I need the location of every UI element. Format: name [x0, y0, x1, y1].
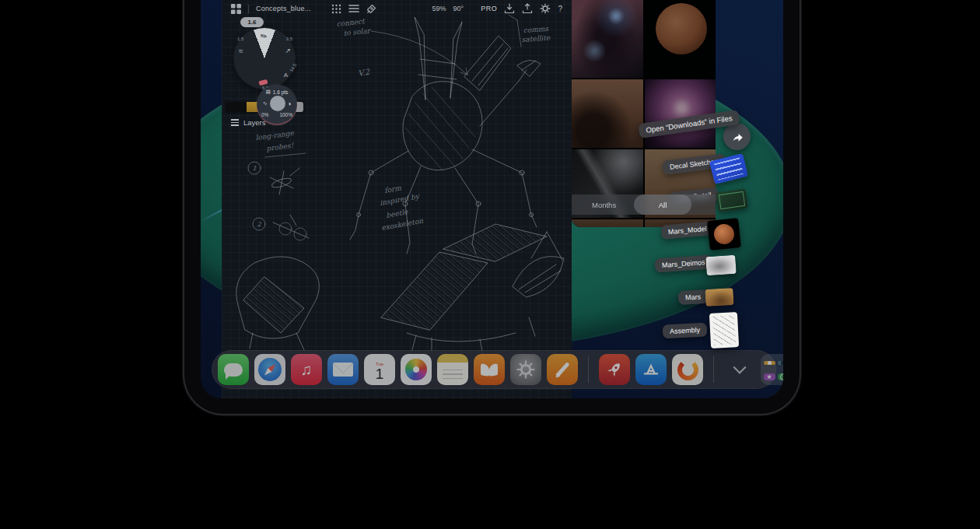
app-grid-icon[interactable]	[231, 4, 241, 14]
app-store-a-icon	[641, 359, 661, 380]
toolbar-separator	[248, 5, 249, 13]
gear-icon	[516, 359, 536, 380]
dock-app-mail[interactable]	[327, 354, 359, 385]
pen-nib-icon[interactable]	[366, 4, 376, 14]
export-icon[interactable]	[522, 3, 533, 14]
compass-icon	[258, 358, 282, 381]
drag-share-badge[interactable]	[723, 123, 751, 150]
drag-file-thumb-mars-model[interactable]	[707, 218, 741, 250]
document-title[interactable]: Concepts_blue...	[256, 5, 311, 12]
wheel-value-left: 1.5	[237, 37, 243, 41]
app-library-tile-tips	[764, 361, 775, 365]
flower-icon	[405, 359, 427, 380]
concepts-c-icon	[677, 359, 698, 380]
annotation-to-solar: to solar	[343, 26, 372, 37]
drag-file-thumb-mars-deimos[interactable]	[705, 255, 737, 276]
music-note-icon: ♫	[301, 361, 313, 379]
segment-months[interactable]: Months	[592, 201, 616, 209]
dock-app-photos[interactable]	[401, 354, 432, 385]
brush-size-tab[interactable]: 1.6	[240, 17, 264, 27]
tool-wheel-hub[interactable]: ▤1.6 pts ∿ ◑ 0% 100%	[257, 85, 297, 125]
annotation-long-range: long-range	[255, 129, 295, 142]
speech-bubble-icon	[224, 363, 243, 377]
soft-pencil-tool-icon[interactable]: ≈	[239, 47, 243, 55]
stroke-size-value: 1.6 pts	[273, 89, 289, 95]
stroke-lines-icon: ▤	[266, 89, 271, 95]
zoom-level[interactable]: 59%	[432, 5, 446, 12]
photos-view-segmented-control: Months All	[572, 194, 716, 215]
concepts-canvas[interactable]: connect to solar comms satellite V.2 lon…	[222, 0, 572, 398]
app-library-tile-clock	[778, 373, 784, 380]
dock-app-rocket[interactable]	[599, 354, 630, 385]
dock-divider	[588, 356, 589, 383]
dock-app-notes[interactable]	[437, 354, 468, 385]
layers-panel-header[interactable]: Layers	[231, 118, 266, 127]
dock-app-calendar[interactable]: Tue 1	[364, 354, 395, 385]
photo-horsehead-nebula[interactable]	[572, 0, 643, 78]
jitter-icon[interactable]: ∿	[263, 100, 268, 107]
dock-collapse-button[interactable]	[730, 358, 749, 381]
dock-app-music[interactable]: ♫	[291, 354, 322, 385]
swatch-black[interactable]	[226, 102, 247, 112]
drag-file-label-assembly[interactable]: Assembly	[663, 323, 708, 339]
annotation-satellite: satellite	[521, 33, 551, 44]
drag-file-label-mars[interactable]: Mars	[678, 289, 709, 305]
import-icon[interactable]	[504, 3, 515, 14]
dock-app-library[interactable]: ★	[761, 354, 783, 385]
dock-app-app-store[interactable]	[635, 354, 667, 385]
tool-wheel-knob[interactable]	[270, 96, 285, 111]
calendar-day: 1	[376, 366, 384, 381]
annotation-form: form	[384, 184, 402, 194]
annotation-connect: connect	[336, 17, 366, 28]
airbrush-tool-icon[interactable]: ↗	[285, 47, 291, 54]
photo-mars-surface[interactable]	[572, 79, 643, 148]
probe-number-2: 2	[257, 221, 261, 228]
opacity-max-label: 100%	[279, 112, 292, 117]
dock-app-messages[interactable]	[218, 354, 249, 385]
ipad-screen: connect to solar comms satellite V.2 lon…	[201, 0, 783, 398]
annotation-v2: V.2	[357, 67, 370, 78]
wheel-value-right: 3.5	[286, 37, 292, 41]
segment-all[interactable]: All	[634, 194, 691, 215]
forward-arrow-icon	[730, 130, 744, 144]
settings-gear-icon[interactable]	[540, 3, 551, 14]
annotation-comms: comms	[523, 25, 549, 34]
drag-file-thumb-mars[interactable]	[705, 288, 733, 307]
layers-menu-icon	[231, 119, 239, 125]
stacked-lines-icon[interactable]	[348, 4, 359, 13]
marker-pen-icon	[555, 362, 569, 377]
app-library-tile-star: ★	[764, 373, 775, 380]
opacity-icon[interactable]: ◑	[288, 100, 292, 107]
drag-file-thumb-logo-detail[interactable]	[716, 188, 747, 212]
dock: ♫ Tue 1	[212, 350, 776, 389]
photo-terrain-partial[interactable]	[572, 219, 643, 227]
app-library-tile-camera	[778, 361, 784, 365]
annotation-probes: probes!	[265, 142, 295, 152]
open-book-icon	[481, 364, 498, 376]
chevron-down-icon	[733, 361, 747, 374]
rotation-value[interactable]: 90°	[453, 5, 464, 12]
rocket-icon	[601, 356, 628, 383]
probe-number-1: 1	[252, 165, 256, 172]
note-lines-icon	[443, 370, 463, 379]
opacity-min-label: 0%	[261, 112, 268, 117]
concepts-toolbar: Concepts_blue... 59% 90° PRO	[222, 2, 572, 16]
dock-app-safari[interactable]	[254, 354, 285, 385]
dock-app-books[interactable]	[474, 354, 505, 385]
photo-mars-globe[interactable]	[645, 0, 716, 78]
drag-file-thumb-assembly[interactable]	[709, 312, 739, 349]
dock-app-sketch[interactable]	[547, 354, 578, 385]
help-icon[interactable]: ?	[558, 5, 562, 13]
annotation-beetle: beetle	[386, 208, 409, 219]
dots-grid-icon[interactable]	[331, 4, 341, 14]
tool-wheel[interactable]: ✎ ≈ ↗ A 1.5 3.5 14.5 6.9 ▤1.6 pts ∿ ◑ 0%…	[234, 28, 295, 89]
pro-badge[interactable]: PRO	[481, 5, 497, 12]
text-tool-icon[interactable]: A	[284, 72, 288, 79]
dock-app-concepts[interactable]	[672, 354, 703, 385]
dock-divider-2	[713, 356, 714, 383]
dock-app-settings[interactable]	[510, 354, 541, 385]
envelope-icon	[333, 363, 353, 377]
